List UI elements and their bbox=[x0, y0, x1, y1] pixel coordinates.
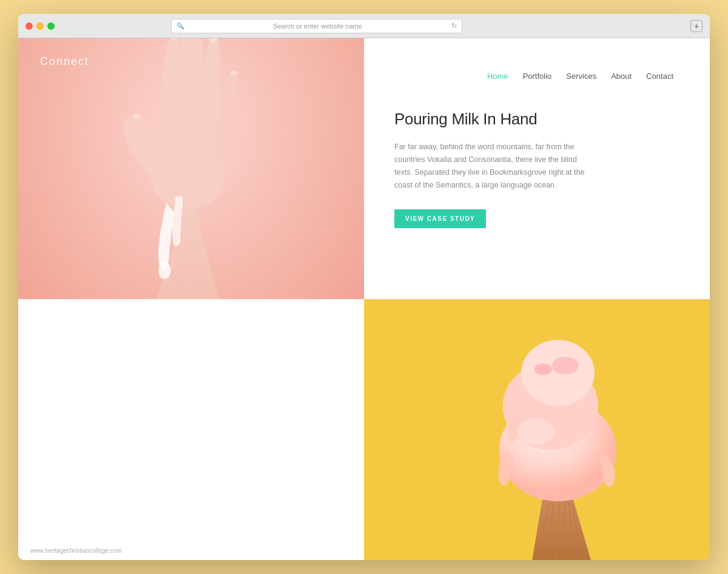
website-content: Home Portfolio Services About Contact Co… bbox=[18, 38, 710, 560]
hand-illustration bbox=[18, 38, 364, 299]
navigation: Home Portfolio Services About Contact bbox=[487, 72, 673, 81]
bottom-left-cell bbox=[18, 299, 364, 560]
address-bar[interactable]: 🔍 Search or enter website name ↻ bbox=[171, 19, 462, 33]
svg-point-2 bbox=[158, 262, 170, 280]
browser-window: 🔍 Search or enter website name ↻ + Home … bbox=[18, 14, 710, 560]
refresh-icon[interactable]: ↻ bbox=[451, 22, 457, 30]
address-input[interactable]: Search or enter website name bbox=[187, 22, 448, 30]
nav-portfolio[interactable]: Portfolio bbox=[523, 72, 552, 81]
svg-point-7 bbox=[133, 113, 140, 118]
hero-image-cell: Connect bbox=[18, 38, 364, 299]
svg-point-6 bbox=[230, 70, 237, 75]
new-tab-button[interactable]: + bbox=[690, 20, 703, 32]
footer-url: www.heritagechristiancollege.com bbox=[30, 547, 122, 554]
close-button[interactable] bbox=[25, 22, 33, 30]
browser-chrome: 🔍 Search or enter website name ↻ + bbox=[18, 14, 710, 38]
nav-services[interactable]: Services bbox=[566, 72, 596, 81]
minimize-button[interactable] bbox=[36, 22, 44, 30]
maximize-button[interactable] bbox=[47, 22, 55, 30]
svg-point-1 bbox=[151, 147, 225, 209]
traffic-lights bbox=[25, 22, 55, 30]
svg-point-18 bbox=[521, 340, 595, 406]
cta-button[interactable]: VIEW CASE STUDY bbox=[394, 209, 486, 228]
svg-point-21 bbox=[517, 419, 554, 445]
search-icon: 🔍 bbox=[177, 22, 184, 29]
hero-title: Pouring Milk In Hand bbox=[394, 110, 588, 129]
main-grid: Connect bbox=[18, 38, 710, 560]
nav-home[interactable]: Home bbox=[487, 72, 508, 81]
ice-cream-cell bbox=[364, 299, 710, 560]
nav-contact[interactable]: Contact bbox=[646, 72, 673, 81]
ice-cream-illustration bbox=[399, 325, 710, 560]
content-block: Pouring Milk In Hand Far far away, behin… bbox=[394, 110, 588, 228]
hero-body: Far far away, behind the word mountains,… bbox=[394, 141, 588, 192]
nav-about[interactable]: About bbox=[611, 72, 632, 81]
brand-logo: Connect bbox=[40, 55, 89, 68]
svg-point-19 bbox=[552, 357, 579, 374]
svg-point-20 bbox=[534, 363, 552, 375]
